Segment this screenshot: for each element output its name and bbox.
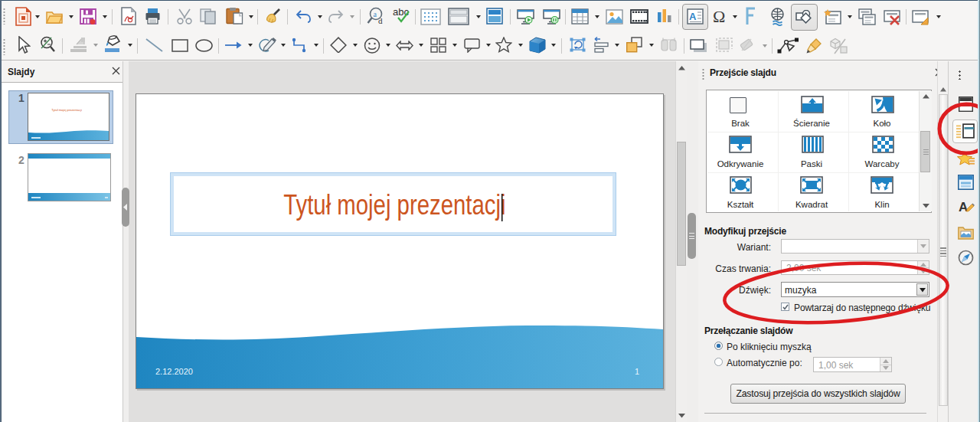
svg-text:abc: abc [393, 7, 409, 18]
svg-text:Ω: Ω [713, 8, 725, 25]
svg-text:a: a [374, 10, 377, 18]
svg-text:A: A [959, 200, 968, 214]
svg-text:A: A [689, 11, 697, 22]
svg-text:d: d [378, 16, 383, 25]
